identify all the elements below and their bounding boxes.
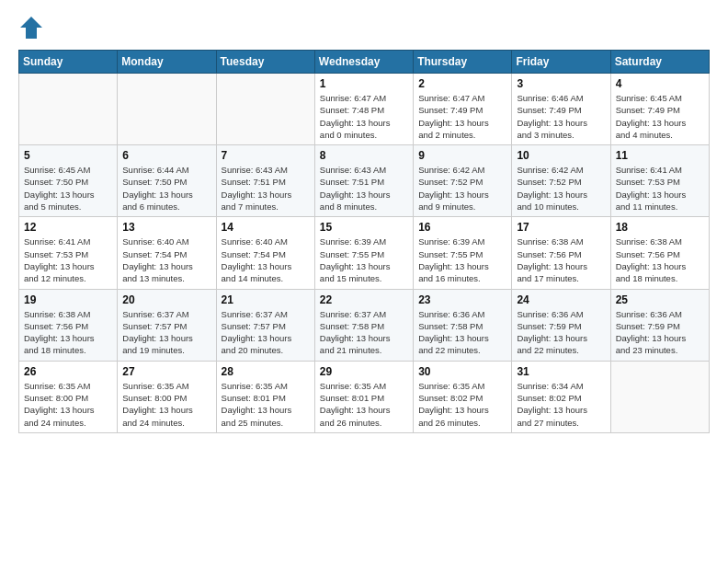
day-number: 8 — [320, 149, 408, 162]
day-number: 11 — [616, 149, 704, 162]
day-cell — [610, 361, 709, 432]
day-number: 27 — [122, 365, 210, 378]
day-info: Sunrise: 6:47 AM Sunset: 7:49 PM Dayligh… — [418, 92, 506, 141]
day-cell: 30Sunrise: 6:35 AM Sunset: 8:02 PM Dayli… — [414, 361, 512, 432]
day-number: 19 — [24, 293, 112, 306]
day-info: Sunrise: 6:38 AM Sunset: 7:56 PM Dayligh… — [517, 236, 605, 284]
day-number: 22 — [320, 293, 408, 306]
day-info: Sunrise: 6:39 AM Sunset: 7:55 PM Dayligh… — [418, 236, 506, 284]
calendar-body: 1Sunrise: 6:47 AM Sunset: 7:48 PM Daylig… — [19, 74, 710, 433]
day-cell — [118, 74, 216, 145]
day-info: Sunrise: 6:41 AM Sunset: 7:53 PM Dayligh… — [616, 164, 704, 213]
day-cell: 31Sunrise: 6:34 AM Sunset: 8:02 PM Dayli… — [512, 361, 610, 432]
day-cell: 16Sunrise: 6:39 AM Sunset: 7:55 PM Dayli… — [414, 217, 512, 289]
day-number: 16 — [418, 221, 506, 234]
header — [18, 15, 710, 40]
day-cell: 9Sunrise: 6:42 AM Sunset: 7:52 PM Daylig… — [414, 145, 512, 217]
week-row-2: 5Sunrise: 6:45 AM Sunset: 7:50 PM Daylig… — [19, 145, 710, 217]
day-cell: 29Sunrise: 6:35 AM Sunset: 8:01 PM Dayli… — [314, 361, 413, 432]
day-cell: 21Sunrise: 6:37 AM Sunset: 7:57 PM Dayli… — [216, 289, 314, 361]
day-header-friday: Friday — [512, 51, 610, 74]
day-info: Sunrise: 6:35 AM Sunset: 8:00 PM Dayligh… — [24, 380, 112, 429]
logo-icon — [18, 15, 44, 40]
day-cell: 8Sunrise: 6:43 AM Sunset: 7:51 PM Daylig… — [314, 145, 413, 217]
day-info: Sunrise: 6:38 AM Sunset: 7:56 PM Dayligh… — [24, 308, 112, 357]
day-number: 12 — [24, 221, 112, 234]
day-number: 24 — [517, 293, 605, 306]
day-header-saturday: Saturday — [610, 51, 709, 74]
day-cell: 3Sunrise: 6:46 AM Sunset: 7:49 PM Daylig… — [512, 74, 610, 145]
day-cell: 19Sunrise: 6:38 AM Sunset: 7:56 PM Dayli… — [19, 289, 118, 361]
day-cell: 28Sunrise: 6:35 AM Sunset: 8:01 PM Dayli… — [216, 361, 314, 432]
day-info: Sunrise: 6:38 AM Sunset: 7:56 PM Dayligh… — [616, 236, 704, 284]
day-number: 4 — [616, 77, 704, 90]
day-cell: 10Sunrise: 6:42 AM Sunset: 7:52 PM Dayli… — [512, 145, 610, 217]
day-cell: 23Sunrise: 6:36 AM Sunset: 7:58 PM Dayli… — [414, 289, 512, 361]
day-cell: 22Sunrise: 6:37 AM Sunset: 7:58 PM Dayli… — [314, 289, 413, 361]
day-info: Sunrise: 6:36 AM Sunset: 7:59 PM Dayligh… — [616, 308, 704, 357]
day-number: 30 — [418, 365, 506, 378]
day-cell: 17Sunrise: 6:38 AM Sunset: 7:56 PM Dayli… — [512, 217, 610, 289]
day-cell — [19, 74, 118, 145]
week-row-1: 1Sunrise: 6:47 AM Sunset: 7:48 PM Daylig… — [19, 74, 710, 145]
day-cell: 4Sunrise: 6:45 AM Sunset: 7:49 PM Daylig… — [610, 74, 709, 145]
day-cell: 13Sunrise: 6:40 AM Sunset: 7:54 PM Dayli… — [118, 217, 216, 289]
day-number: 21 — [222, 293, 310, 306]
day-header-sunday: Sunday — [19, 51, 118, 74]
day-cell: 5Sunrise: 6:45 AM Sunset: 7:50 PM Daylig… — [19, 145, 118, 217]
day-number: 23 — [418, 293, 506, 306]
day-number: 6 — [122, 149, 210, 162]
svg-marker-0 — [20, 17, 42, 39]
day-cell — [216, 74, 314, 145]
day-info: Sunrise: 6:40 AM Sunset: 7:54 PM Dayligh… — [222, 236, 310, 284]
day-number: 7 — [222, 149, 310, 162]
day-info: Sunrise: 6:42 AM Sunset: 7:52 PM Dayligh… — [517, 164, 605, 213]
day-info: Sunrise: 6:37 AM Sunset: 7:58 PM Dayligh… — [320, 308, 408, 357]
day-number: 26 — [24, 365, 112, 378]
day-info: Sunrise: 6:37 AM Sunset: 7:57 PM Dayligh… — [222, 308, 310, 357]
week-row-4: 19Sunrise: 6:38 AM Sunset: 7:56 PM Dayli… — [19, 289, 710, 361]
day-info: Sunrise: 6:44 AM Sunset: 7:50 PM Dayligh… — [122, 164, 210, 213]
day-info: Sunrise: 6:43 AM Sunset: 7:51 PM Dayligh… — [222, 164, 310, 213]
day-cell: 11Sunrise: 6:41 AM Sunset: 7:53 PM Dayli… — [610, 145, 709, 217]
day-info: Sunrise: 6:35 AM Sunset: 8:02 PM Dayligh… — [418, 380, 506, 429]
day-cell: 18Sunrise: 6:38 AM Sunset: 7:56 PM Dayli… — [610, 217, 709, 289]
day-number: 28 — [222, 365, 310, 378]
day-cell: 26Sunrise: 6:35 AM Sunset: 8:00 PM Dayli… — [19, 361, 118, 432]
day-cell: 7Sunrise: 6:43 AM Sunset: 7:51 PM Daylig… — [216, 145, 314, 217]
day-number: 3 — [517, 77, 605, 90]
day-cell: 25Sunrise: 6:36 AM Sunset: 7:59 PM Dayli… — [610, 289, 709, 361]
calendar-table: SundayMondayTuesdayWednesdayThursdayFrid… — [18, 50, 710, 433]
day-info: Sunrise: 6:36 AM Sunset: 7:59 PM Dayligh… — [517, 308, 605, 357]
page: SundayMondayTuesdayWednesdayThursdayFrid… — [0, 0, 728, 563]
day-cell: 12Sunrise: 6:41 AM Sunset: 7:53 PM Dayli… — [19, 217, 118, 289]
logo — [18, 15, 48, 40]
day-info: Sunrise: 6:47 AM Sunset: 7:48 PM Dayligh… — [320, 92, 408, 141]
day-info: Sunrise: 6:46 AM Sunset: 7:49 PM Dayligh… — [517, 92, 605, 141]
day-number: 9 — [418, 149, 506, 162]
day-info: Sunrise: 6:40 AM Sunset: 7:54 PM Dayligh… — [122, 236, 210, 284]
day-cell: 27Sunrise: 6:35 AM Sunset: 8:00 PM Dayli… — [118, 361, 216, 432]
day-info: Sunrise: 6:45 AM Sunset: 7:49 PM Dayligh… — [616, 92, 704, 141]
calendar-header: SundayMondayTuesdayWednesdayThursdayFrid… — [19, 51, 710, 74]
day-header-tuesday: Tuesday — [216, 51, 314, 74]
day-cell: 24Sunrise: 6:36 AM Sunset: 7:59 PM Dayli… — [512, 289, 610, 361]
header-row: SundayMondayTuesdayWednesdayThursdayFrid… — [19, 51, 710, 74]
day-cell: 6Sunrise: 6:44 AM Sunset: 7:50 PM Daylig… — [118, 145, 216, 217]
day-number: 25 — [616, 293, 704, 306]
day-number: 5 — [24, 149, 112, 162]
day-number: 10 — [517, 149, 605, 162]
day-number: 2 — [418, 77, 506, 90]
day-header-monday: Monday — [118, 51, 216, 74]
day-number: 20 — [122, 293, 210, 306]
day-cell: 14Sunrise: 6:40 AM Sunset: 7:54 PM Dayli… — [216, 217, 314, 289]
day-number: 17 — [517, 221, 605, 234]
day-number: 18 — [616, 221, 704, 234]
day-number: 14 — [222, 221, 310, 234]
day-number: 31 — [517, 365, 605, 378]
day-cell: 1Sunrise: 6:47 AM Sunset: 7:48 PM Daylig… — [314, 74, 413, 145]
day-info: Sunrise: 6:34 AM Sunset: 8:02 PM Dayligh… — [517, 380, 605, 429]
day-number: 1 — [320, 77, 408, 90]
week-row-3: 12Sunrise: 6:41 AM Sunset: 7:53 PM Dayli… — [19, 217, 710, 289]
week-row-5: 26Sunrise: 6:35 AM Sunset: 8:00 PM Dayli… — [19, 361, 710, 432]
